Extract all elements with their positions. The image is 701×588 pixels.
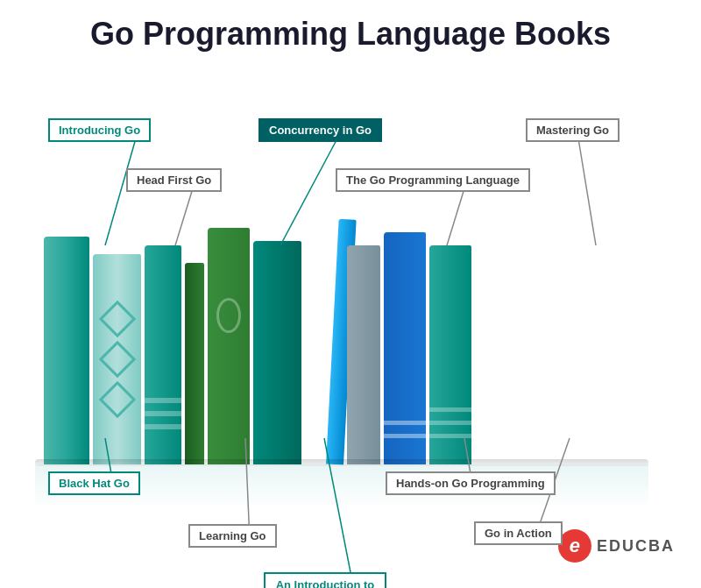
book-intro-go: [253, 241, 301, 464]
educba-text: EDUCBA: [597, 537, 675, 556]
book-go-prog-lang: [384, 232, 426, 464]
book-introducing-go: [44, 237, 89, 464]
educba-circle-icon: e: [558, 529, 591, 563]
book-narrow1: [185, 263, 204, 464]
book-mastering-go: [429, 245, 471, 464]
book-gray: [347, 245, 380, 464]
page-title: Go Programming Language Books: [0, 0, 701, 61]
book-learning-go: [208, 228, 250, 464]
educba-logo: e EDUCBA: [558, 529, 675, 563]
label-hands-on-go: Hands-on Go Programming: [386, 471, 556, 495]
books-shelf: [44, 210, 640, 464]
label-black-hat-go: Black Hat Go: [48, 471, 140, 495]
label-concurrency-in-go: Concurrency in Go: [258, 118, 382, 142]
label-introducing-go: Introducing Go: [48, 118, 151, 142]
label-go-in-action: Go in Action: [474, 521, 563, 545]
label-head-first-go: Head First Go: [126, 168, 222, 192]
label-learning-go: Learning Go: [188, 524, 277, 548]
label-intro-prog-go: An Introduction to Programming in Go: [264, 572, 386, 588]
book-concurrency: [145, 245, 181, 464]
label-the-go-prog-lang: The Go Programming Language: [336, 168, 530, 192]
book-head-first-go: [93, 254, 141, 464]
diagram-area: Introducing Go Head First Go Concurrency…: [0, 61, 701, 578]
label-mastering-go: Mastering Go: [526, 118, 620, 142]
